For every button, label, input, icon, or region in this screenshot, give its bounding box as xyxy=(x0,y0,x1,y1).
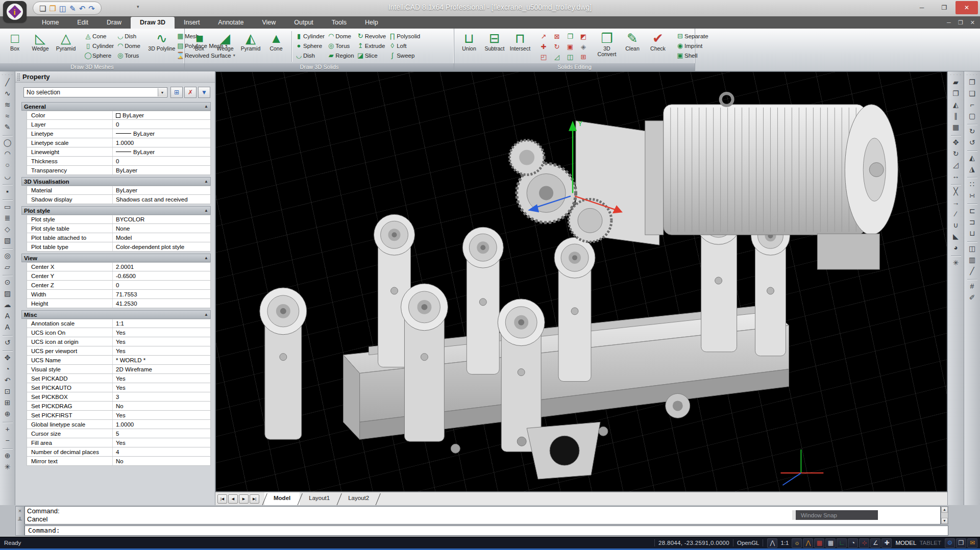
copy-object-icon[interactable]: ❐ xyxy=(969,77,975,88)
rotate-3d-icon[interactable]: ↻ xyxy=(969,126,975,137)
sweep-button[interactable]: ∫ Sweep xyxy=(388,51,422,60)
property-row[interactable]: Linetype ByLayer xyxy=(27,129,211,138)
3d-polyline-button[interactable]: ∿ 3D Polyline xyxy=(148,30,176,63)
snap-icon[interactable]: ▦ xyxy=(814,538,824,548)
freehand-sketch-icon[interactable]: ✎ xyxy=(5,121,11,133)
boundary-icon[interactable]: ▧ xyxy=(4,235,11,246)
stretch-multiple-icon[interactable]: ⊏ xyxy=(969,205,975,216)
copy-nested-icon[interactable]: ❑ xyxy=(969,88,975,99)
sheet-tab[interactable]: Layout2 xyxy=(339,492,378,506)
quick-select-button[interactable]: ⊞ xyxy=(170,87,183,98)
zoom-previous-icon[interactable]: ↶ xyxy=(5,374,11,386)
selection-dropdown[interactable]: No selection ▼ xyxy=(23,87,167,97)
offset-curve-icon[interactable]: ⌐ xyxy=(970,99,974,110)
annotation-scale-icon[interactable]: ⋀ xyxy=(767,538,777,548)
stretch-icon[interactable]: ↔ xyxy=(952,170,960,182)
model-space-toggle[interactable]: MODEL xyxy=(895,540,916,546)
sep-2[interactable] xyxy=(3,182,13,185)
zoom-dynamic-icon[interactable]: ⊞ xyxy=(5,397,11,408)
copy-edge-icon[interactable]: ◫ xyxy=(565,52,576,62)
circle-icon[interactable]: ◯ xyxy=(4,137,12,148)
zoom-center-icon[interactable]: ⊕ xyxy=(5,408,11,419)
annotation-visibility-icon[interactable]: ☼ xyxy=(792,538,802,548)
property-row[interactable]: Plot table type Color-dependent plot sty… xyxy=(27,242,211,252)
offset-icon[interactable]: ∥ xyxy=(954,110,958,121)
property-row[interactable]: Center Z 0 xyxy=(27,281,211,290)
zoom-out-icon[interactable]: − xyxy=(5,435,9,446)
box-3d-icon[interactable]: ◫ xyxy=(969,243,975,254)
divide-icon[interactable]: # xyxy=(970,281,974,292)
chamfer-icon[interactable]: ◣ xyxy=(953,231,959,242)
sep-6[interactable] xyxy=(3,333,13,336)
model-viewport[interactable]: Y xyxy=(215,71,947,492)
drag-grip-icon[interactable] xyxy=(17,73,20,81)
section-header[interactable]: 3D Visualisation ▲ xyxy=(21,177,211,186)
close-button[interactable]: ✕ xyxy=(955,1,978,14)
sheet-tab[interactable]: Layout1 xyxy=(300,492,339,506)
property-row[interactable]: Number of decimal places 4 xyxy=(27,447,211,457)
menu-tab[interactable]: Insert xyxy=(175,17,209,29)
copy-icon[interactable]: ❐ xyxy=(952,88,959,99)
mesh-sphere-button[interactable]: ◯ Sphere xyxy=(84,51,116,60)
filter-button[interactable]: ▼ xyxy=(198,87,210,98)
minimize-button[interactable]: ─ xyxy=(911,1,933,14)
mtext-icon[interactable]: A xyxy=(5,321,10,333)
move-face-icon[interactable]: ✚ xyxy=(538,41,549,52)
mesh-dome-button[interactable]: ◠ Dome xyxy=(116,41,142,51)
solid-pyramid-button[interactable]: ◭ Pyramid xyxy=(238,30,263,63)
mesh-dish-button[interactable]: ◡ Dish xyxy=(116,31,142,41)
3d-convert-button[interactable]: ❒ 3D Convert xyxy=(594,30,620,63)
extrude-face-icon[interactable]: ↗ xyxy=(538,31,549,41)
slice-line-icon[interactable]: ╱ xyxy=(970,265,974,277)
property-row[interactable]: Set PICKADD Yes xyxy=(27,374,211,383)
rotate-axis-icon[interactable]: ↺ xyxy=(969,137,975,148)
menu-tab[interactable]: Output xyxy=(285,17,323,29)
section-header[interactable]: View ▲ xyxy=(21,254,211,262)
last-sheet-button[interactable]: ▶| xyxy=(250,494,259,504)
tablet-toggle[interactable]: TABLET xyxy=(919,540,941,546)
ortho-icon[interactable]: ∟ xyxy=(837,538,847,548)
sep-7[interactable] xyxy=(3,348,13,351)
app-logo[interactable]: i xyxy=(3,1,27,22)
array-3d-icon[interactable]: ∺ xyxy=(969,190,975,201)
mesh-cylinder-button[interactable]: ▯ Cylinder xyxy=(84,41,116,51)
sep-5[interactable] xyxy=(3,272,13,276)
menu-tab[interactable]: Help xyxy=(356,17,387,29)
zoom-window-icon[interactable]: ⊡ xyxy=(5,386,11,397)
restore-button[interactable]: ❐ xyxy=(933,1,955,14)
property-row[interactable]: Width 71.7553 xyxy=(27,290,211,299)
sep-4[interactable] xyxy=(3,246,13,249)
command-input[interactable]: Command: xyxy=(24,526,948,536)
break-icon[interactable]: ∕ xyxy=(955,208,956,219)
arc-icon[interactable]: ◠ xyxy=(4,148,10,159)
first-sheet-button[interactable]: |◀ xyxy=(217,494,227,504)
polygon-icon[interactable]: ◇ xyxy=(5,223,10,235)
solid-wedge-button[interactable]: ◢ Wedge xyxy=(212,30,238,63)
measure-icon[interactable]: ✐ xyxy=(969,292,975,303)
mirror-icon[interactable]: ◭ xyxy=(953,99,959,110)
spring-icon[interactable]: ≣ xyxy=(5,212,11,223)
spline-icon[interactable]: ≈ xyxy=(6,110,10,121)
refresh-icon[interactable]: ↺ xyxy=(5,337,11,348)
menu-tab[interactable]: Edit xyxy=(68,17,97,29)
property-row[interactable]: UCS per viewport Yes xyxy=(27,346,211,356)
solid-box-button[interactable]: ■ Box xyxy=(187,30,212,63)
close-icon[interactable]: × xyxy=(18,508,21,513)
region-icon[interactable]: ⊙ xyxy=(5,277,11,288)
property-row[interactable]: Center Y -0.6500 xyxy=(27,271,211,281)
polyline-icon[interactable]: ∿ xyxy=(5,88,11,99)
property-row[interactable]: Height 41.2530 xyxy=(27,299,211,308)
mesh-torus-button[interactable]: ◎ Torus xyxy=(116,51,142,60)
property-row[interactable]: Set PICKAUTO Yes xyxy=(27,383,211,392)
property-row[interactable]: Center X 2.0001 xyxy=(27,262,211,271)
ellipse-icon[interactable]: ○ xyxy=(5,159,9,170)
property-row[interactable]: Thickness 0 xyxy=(27,157,211,166)
offset-face-icon[interactable]: ◰ xyxy=(538,52,549,62)
solid-sphere-button[interactable]: ● Sphere xyxy=(295,41,327,51)
cursor-coordinates[interactable]: 28.8044, -23.2591,0.0000 xyxy=(658,540,729,546)
line-icon[interactable]: ╱ xyxy=(5,77,9,88)
explode-icon[interactable]: ✳ xyxy=(953,257,959,268)
zoom-all-icon[interactable]: ⊕ xyxy=(5,450,11,461)
union-button[interactable]: ⊔ Union xyxy=(456,30,482,63)
intersect-button[interactable]: ⊓ Intersect xyxy=(507,30,533,63)
